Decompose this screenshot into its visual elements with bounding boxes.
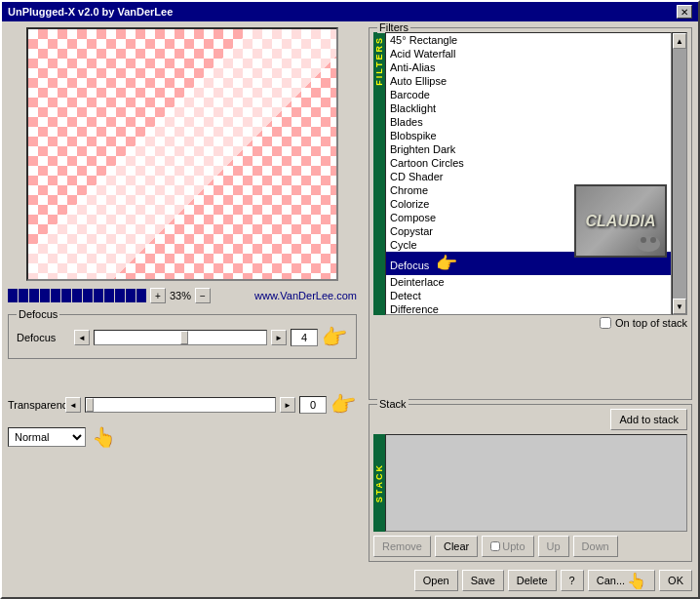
add-to-stack-button[interactable]: Add to stack: [610, 409, 687, 430]
filters-sidebar-text: FILTERS: [374, 36, 384, 86]
defocus-value[interactable]: 4: [291, 329, 318, 346]
zoom-in-button[interactable]: +: [150, 288, 166, 303]
help-button[interactable]: ?: [561, 570, 584, 591]
ontop-row: On top of stack: [373, 317, 687, 329]
up-button[interactable]: Up: [538, 536, 569, 557]
filter-item-detect[interactable]: Detect: [386, 289, 671, 302]
filter-item-cdshader[interactable]: CD Shader: [386, 170, 671, 183]
stack-group-label: Stack: [377, 398, 408, 410]
filters-sidebar: FILTERS: [373, 32, 385, 315]
upto-button[interactable]: Upto: [482, 536, 533, 557]
stack-sidebar: STACK: [373, 434, 385, 532]
zoom-block-11: [115, 289, 125, 302]
transparency-right-arrow[interactable]: ►: [280, 397, 295, 413]
filters-group: Filters FILTERS 45° Rectangle Acid Water…: [369, 27, 692, 400]
cancel-button[interactable]: Can... 👆: [588, 570, 655, 591]
transparency-label: Transparency: [8, 399, 61, 411]
defocus-list-hand: 👉: [436, 254, 457, 273]
stack-area: STACK: [373, 434, 687, 532]
ok-button[interactable]: OK: [659, 570, 692, 591]
filters-scrollbar[interactable]: ▲ ▼: [672, 32, 687, 315]
mode-row: Normal Multiply Screen Overlay Darken Li…: [8, 425, 357, 449]
filter-item-difference[interactable]: Difference: [386, 302, 671, 315]
filter-item-barcode[interactable]: Barcode: [386, 88, 671, 101]
zoom-block-2: [19, 289, 28, 302]
svg-point-1: [641, 237, 646, 243]
defocus-left-arrow[interactable]: ◄: [74, 330, 90, 345]
transparency-value[interactable]: 0: [299, 396, 327, 414]
transparency-row: Transparency ◄ ► 0 👉: [8, 392, 357, 418]
filter-item-blacklight[interactable]: Blacklight: [386, 101, 671, 115]
defocus-slider-row: Defocus ◄ ► 4 👉: [17, 325, 348, 350]
zoom-block-8: [83, 289, 93, 302]
scroll-track[interactable]: [673, 49, 686, 299]
bottom-buttons: Open Save Delete ? Can... 👆 OK: [369, 570, 692, 591]
filters-list-container: FILTERS 45° Rectangle Acid Waterfall Ant…: [373, 32, 687, 315]
zoom-block-5: [51, 289, 60, 302]
filter-item-blobspike[interactable]: Blobspike: [386, 129, 671, 142]
zoom-block-13: [136, 289, 146, 302]
defocus-slider[interactable]: [94, 330, 267, 345]
preview-area: [26, 27, 338, 281]
defocus-group: Defocus Defocus ◄ ► 4 👉: [8, 314, 357, 359]
filter-item-cartooncircles[interactable]: Cartoon Circles: [386, 156, 671, 170]
open-button[interactable]: Open: [414, 570, 458, 591]
zoom-block-4: [40, 289, 50, 302]
mode-select[interactable]: Normal Multiply Screen Overlay Darken Li…: [8, 427, 86, 447]
stack-add-container: Add to stack: [373, 409, 687, 430]
filter-item-brightendark[interactable]: Brighten Dark: [386, 142, 671, 156]
filter-item-45rect[interactable]: 45° Rectangle: [386, 33, 671, 47]
filter-item-deinterlace[interactable]: Deinterlace: [386, 275, 671, 289]
upto-checkbox[interactable]: [490, 541, 500, 551]
ontop-checkbox[interactable]: [600, 317, 611, 329]
diagonal-overlay: [28, 29, 336, 279]
window-title: UnPlugged-X v2.0 by VanDerLee: [8, 6, 173, 18]
mode-hand-icon: 👆: [92, 425, 116, 449]
preview-thumb-text: CLAUDIA: [586, 213, 656, 230]
zoom-block-7: [72, 289, 82, 302]
zoom-bar: + 33% − www.VanDerLee.com: [8, 285, 357, 306]
filters-list[interactable]: 45° Rectangle Acid Waterfall Anti-Alias …: [385, 32, 672, 315]
cancel-hand-icon: 👆: [627, 572, 646, 590]
transparency-slider[interactable]: [85, 397, 276, 413]
remove-button[interactable]: Remove: [373, 536, 431, 557]
stack-sidebar-text: STACK: [374, 463, 384, 502]
filter-item-acid[interactable]: Acid Waterfall: [386, 47, 671, 60]
zoom-out-button[interactable]: −: [195, 288, 211, 303]
clear-button[interactable]: Clear: [435, 536, 478, 557]
defocus-thumb[interactable]: [180, 331, 188, 344]
stack-group: Stack Add to stack STACK Remove Clear Up…: [369, 404, 692, 562]
title-bar: UnPlugged-X v2.0 by VanDerLee ✕: [2, 2, 698, 21]
zoom-block-3: [29, 289, 39, 302]
svg-point-0: [637, 236, 660, 252]
transparency-hand-icon: 👉: [329, 390, 359, 419]
filter-preview-thumb: CLAUDIA: [574, 184, 667, 258]
transparency-left-arrow[interactable]: ◄: [65, 397, 81, 413]
defocus-hand-icon: 👉: [320, 323, 350, 352]
stack-buttons: Remove Clear Upto Up Down: [373, 536, 687, 557]
filter-item-autoellipse[interactable]: Auto Ellipse: [386, 74, 671, 88]
close-button[interactable]: ✕: [677, 5, 692, 19]
cancel-label: Can...: [597, 575, 625, 586]
website-link[interactable]: www.VanDerLee.com: [254, 290, 357, 301]
save-button[interactable]: Save: [462, 570, 504, 591]
scroll-up-button[interactable]: ▲: [673, 33, 686, 49]
zoom-block-10: [104, 289, 114, 302]
transparency-thumb[interactable]: [86, 398, 94, 412]
zoom-indicator: [8, 289, 146, 302]
filter-item-blades[interactable]: Blades: [386, 115, 671, 129]
defocus-right-arrow[interactable]: ►: [271, 330, 287, 345]
scroll-down-button[interactable]: ▼: [673, 299, 686, 314]
defocus-group-label: Defocus: [17, 308, 59, 320]
left-panel: + 33% − www.VanDerLee.com Defocus Defocu…: [2, 21, 363, 597]
zoom-block-1: [8, 289, 18, 302]
down-button[interactable]: Down: [573, 536, 618, 557]
zoom-block-12: [126, 289, 136, 302]
ontop-label: On top of stack: [615, 317, 687, 329]
main-content: + 33% − www.VanDerLee.com Defocus Defocu…: [2, 21, 698, 597]
delete-button[interactable]: Delete: [508, 570, 557, 591]
zoom-block-6: [61, 289, 71, 302]
filter-item-antialias[interactable]: Anti-Alias: [386, 60, 671, 74]
stack-list[interactable]: [385, 434, 687, 532]
zoom-percent: 33%: [170, 290, 191, 301]
